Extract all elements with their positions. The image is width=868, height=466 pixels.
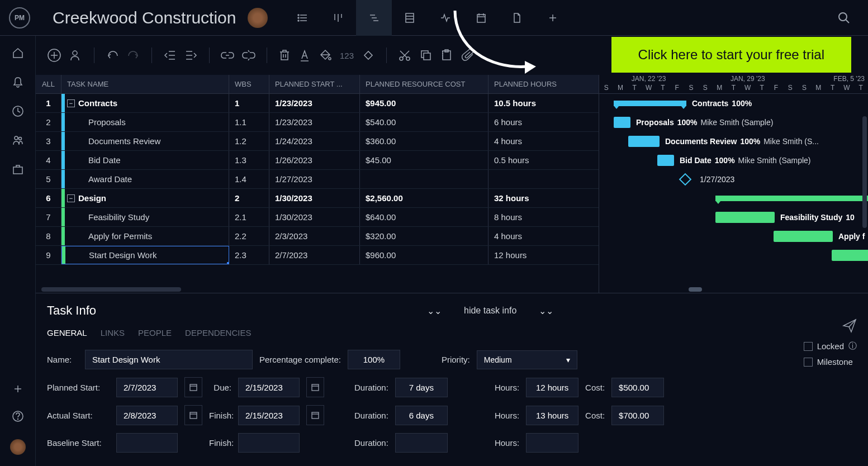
delete-icon[interactable] [278, 49, 291, 62]
col-all[interactable]: ALL [36, 75, 61, 93]
view-list-icon[interactable] [284, 0, 320, 36]
task-name-cell[interactable]: Apply for Permits [61, 227, 229, 245]
table-row[interactable]: 4Bid Date1.31/26/2023$45.000.5 hours [36, 151, 599, 170]
pct-input[interactable] [348, 350, 400, 369]
attach-icon[interactable] [462, 49, 475, 62]
gantt-milestone[interactable] [679, 173, 692, 186]
cta-banner[interactable]: Click here to start your free trial [611, 37, 851, 73]
col-start[interactable]: PLANNED START ... [269, 75, 360, 93]
tab-dependencies[interactable]: DEPENDENCIES [185, 328, 251, 337]
user-avatar[interactable] [10, 439, 26, 455]
calendar-icon[interactable] [184, 377, 202, 397]
task-name-cell[interactable]: −Design [61, 189, 229, 207]
add-task-icon[interactable] [47, 48, 61, 63]
calendar-icon[interactable] [306, 405, 324, 425]
task-name-cell[interactable]: Bid Date [61, 151, 229, 169]
hours-input[interactable] [526, 378, 578, 397]
cost-input[interactable] [611, 378, 664, 397]
locked-checkbox[interactable] [804, 342, 813, 351]
hours-input[interactable] [526, 406, 578, 425]
gantt-v-scrollbar[interactable] [862, 116, 867, 228]
project-avatar[interactable] [248, 8, 268, 28]
add-icon[interactable] [13, 384, 22, 393]
table-row[interactable]: 6−Design21/30/2023$2,560.0032 hours [36, 189, 599, 208]
gantt-bar[interactable]: Apply f [774, 231, 833, 242]
col-wbs[interactable]: WBS [229, 75, 269, 93]
col-cost[interactable]: PLANNED RESOURCE COST [360, 75, 488, 93]
chevron-down-icon[interactable]: ⌄⌄ [539, 306, 553, 316]
cost-input[interactable] [611, 406, 664, 425]
task-name-cell[interactable]: Documents Review [61, 132, 229, 150]
view-add-icon[interactable] [535, 0, 571, 36]
gantt-h-scrollbar[interactable] [599, 286, 868, 293]
baseline-start-input[interactable] [116, 433, 178, 453]
table-row[interactable]: 3Documents Review1.21/24/2023$360.004 ho… [36, 132, 599, 151]
gantt-bar[interactable]: Contracts100% [614, 101, 686, 106]
gantt-bar[interactable]: Feasibility Study10 [715, 212, 775, 223]
tab-people[interactable]: PEOPLE [138, 328, 172, 337]
briefcase-icon[interactable] [12, 163, 24, 175]
col-hours[interactable]: PLANNED HOURS [488, 75, 575, 93]
finish-input[interactable] [238, 406, 300, 425]
task-name-cell[interactable]: −Contracts [61, 94, 229, 112]
info-icon[interactable]: ⓘ [848, 341, 857, 351]
table-row[interactable]: 7Feasibility Study2.11/30/2023$640.008 h… [36, 208, 599, 227]
table-row[interactable]: 8Apply for Permits2.22/3/2023$320.004 ho… [36, 227, 599, 246]
table-row[interactable]: 1−Contracts11/23/2023$945.0010.5 hours [36, 94, 599, 113]
name-input[interactable] [85, 350, 253, 369]
duration3-input[interactable] [395, 433, 448, 453]
table-row[interactable]: 9Start Design Work2.32/7/2023$960.0012 h… [36, 246, 599, 265]
clock-icon[interactable] [12, 105, 24, 117]
view-calendar-icon[interactable] [463, 0, 499, 36]
due-input[interactable] [238, 378, 300, 397]
planned-start-input[interactable] [116, 378, 178, 397]
actual-start-input[interactable] [116, 406, 178, 425]
chevron-down-icon[interactable]: ⌄⌄ [427, 306, 442, 316]
paste-icon[interactable] [440, 49, 454, 62]
hide-task-info[interactable]: hide task info [464, 306, 516, 316]
help-icon[interactable] [12, 410, 24, 422]
milestone-checkbox[interactable] [804, 358, 813, 367]
gantt-bar[interactable]: Bid Date100%Mike Smith (Sample) [657, 155, 674, 166]
view-gantt-icon[interactable] [356, 0, 392, 36]
collapse-icon[interactable]: − [67, 99, 75, 107]
calendar-icon[interactable] [184, 405, 202, 425]
view-board-icon[interactable] [320, 0, 356, 36]
task-name-cell[interactable]: Award Date [61, 170, 229, 188]
task-name-cell[interactable]: Start Design Work [61, 246, 229, 264]
home-icon[interactable] [12, 47, 24, 59]
table-row[interactable]: 5Award Date1.41/27/2023 [36, 170, 599, 189]
calendar-icon[interactable] [306, 377, 324, 397]
priority-select[interactable]: Medium▾ [477, 350, 577, 369]
text-color-icon[interactable] [298, 49, 311, 62]
redo-icon[interactable] [127, 49, 140, 62]
task-name-cell[interactable]: Feasibility Study [61, 208, 229, 226]
col-name[interactable]: TASK NAME [61, 75, 229, 93]
cut-icon[interactable] [398, 49, 411, 62]
finish2-input[interactable] [238, 433, 300, 453]
gantt-bar[interactable] [715, 196, 868, 201]
send-icon[interactable] [842, 318, 857, 333]
percent-icon[interactable]: 123 [340, 51, 354, 60]
view-activity-icon[interactable] [428, 0, 463, 36]
view-sheet-icon[interactable] [392, 0, 428, 36]
duration-input[interactable] [395, 378, 448, 397]
gantt-bar[interactable] [832, 250, 868, 261]
duration-input[interactable] [395, 406, 448, 425]
milestone-tool-icon[interactable] [362, 49, 375, 62]
tab-links[interactable]: LINKS [101, 328, 125, 337]
indent-icon[interactable] [184, 49, 198, 62]
gantt-bar[interactable]: Documents Review100%Mike Smith (S... [628, 136, 660, 147]
outdent-icon[interactable] [163, 49, 177, 62]
view-file-icon[interactable] [499, 0, 535, 36]
search-icon[interactable] [838, 12, 850, 24]
bell-icon[interactable] [12, 76, 24, 88]
task-name-cell[interactable]: Proposals [61, 113, 229, 131]
assign-icon[interactable] [69, 49, 83, 62]
unlink-icon[interactable] [242, 49, 255, 62]
link-icon[interactable] [221, 49, 234, 62]
collapse-icon[interactable]: − [67, 194, 75, 202]
copy-icon[interactable] [419, 49, 433, 62]
table-h-scrollbar[interactable] [36, 286, 599, 293]
app-logo[interactable]: PM [9, 7, 30, 28]
